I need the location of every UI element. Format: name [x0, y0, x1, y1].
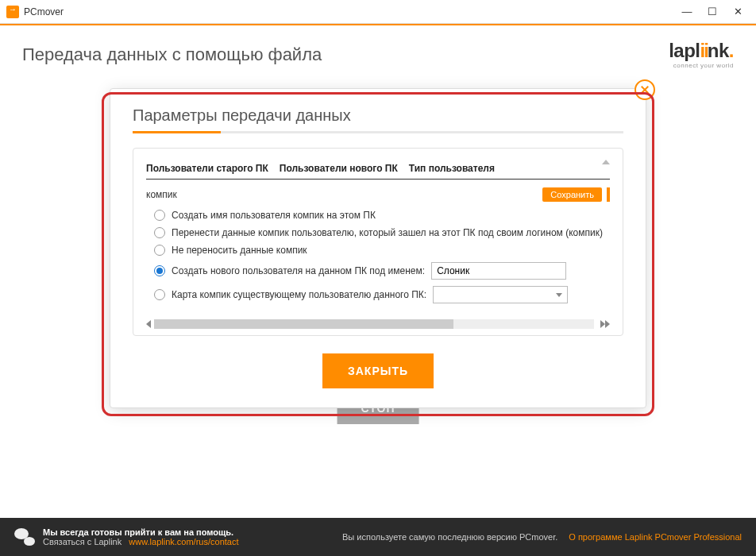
options-panel: Пользователи старого ПК Пользователи нов…	[133, 148, 623, 336]
help-text: Мы всегда готовы прийти к вам на помощь.…	[43, 527, 238, 546]
chat-icon	[14, 528, 35, 546]
footer: Мы всегда готовы прийти к вам на помощь.…	[0, 518, 756, 556]
accent-bar-icon	[607, 187, 610, 202]
titlebar: PCmover — ☐ ✕	[0, 0, 756, 24]
col-new-pc: Пользователи нового ПК	[280, 163, 398, 174]
radio-icon[interactable]	[154, 210, 165, 221]
user-row: компик Сохранить	[146, 187, 610, 202]
minimize-button[interactable]: —	[681, 6, 692, 17]
transfer-options-modal: Параметры передачи данных Пользователи с…	[110, 88, 646, 408]
new-username-input[interactable]	[431, 262, 566, 280]
option-label: Карта компик существующему пользователю …	[172, 289, 426, 300]
brand-tagline: connect your world	[669, 62, 734, 69]
maximize-button[interactable]: ☐	[707, 6, 718, 17]
page-header: Передача данных с помощью файла lapliink…	[0, 25, 756, 77]
radio-icon[interactable]	[154, 227, 165, 238]
app-icon	[6, 6, 19, 18]
contact-link[interactable]: www.laplink.com/rus/contact	[129, 537, 238, 546]
modal-title: Параметры передачи данных	[133, 106, 623, 125]
close-icon[interactable]	[634, 79, 655, 100]
option-create-new-user[interactable]: Создать нового пользователя на данном ПК…	[154, 262, 610, 280]
scroll-track[interactable]	[154, 319, 594, 329]
col-user-type: Тип пользователя	[409, 163, 495, 174]
about-link[interactable]: О программе Laplink PCmover Professional	[569, 532, 742, 542]
version-text: Вы используете самую последнюю версию PC…	[342, 532, 557, 542]
save-button[interactable]: Сохранить	[542, 187, 602, 202]
radio-icon[interactable]	[154, 289, 165, 300]
close-button[interactable]: ЗАКРЫТЬ	[322, 353, 434, 388]
progress-track	[133, 131, 623, 133]
window-title: PCmover	[24, 6, 64, 17]
contact-label: Связаться с Laplink	[43, 537, 122, 546]
scroll-end-icon[interactable]	[605, 320, 610, 328]
horizontal-scrollbar[interactable]	[146, 319, 610, 329]
close-window-button[interactable]: ✕	[732, 6, 743, 17]
progress-fill	[133, 131, 221, 133]
brand-logo: lapliink. connect your world	[669, 40, 734, 69]
option-label: Перенести данные компик пользователю, ко…	[172, 227, 603, 238]
option-label: Создать нового пользователя на данном ПК…	[172, 265, 425, 276]
option-label: Не переносить данные компик	[172, 245, 307, 256]
radio-icon[interactable]	[154, 265, 165, 276]
username-label: компик	[146, 189, 177, 200]
scroll-thumb[interactable]	[154, 319, 453, 329]
option-create-same-user[interactable]: Создать имя пользователя компик на этом …	[154, 210, 610, 221]
page-title: Передача данных с помощью файла	[22, 44, 322, 65]
column-headers: Пользователи старого ПК Пользователи нов…	[146, 163, 610, 180]
map-user-dropdown[interactable]	[433, 286, 568, 303]
option-label: Создать имя пользователя компик на этом …	[172, 210, 376, 221]
option-map-existing-user[interactable]: Карта компик существующему пользователю …	[154, 286, 610, 303]
main-stage: СТОП Параметры передачи данных Пользоват…	[0, 88, 756, 408]
radio-icon[interactable]	[154, 245, 165, 256]
collapse-icon[interactable]	[602, 160, 610, 164]
option-transfer-to-logged-user[interactable]: Перенести данные компик пользователю, ко…	[154, 227, 610, 238]
option-do-not-transfer[interactable]: Не переносить данные компик	[154, 245, 610, 256]
help-headline: Мы всегда готовы прийти к вам на помощь.	[43, 527, 233, 537]
scroll-left-icon[interactable]	[146, 320, 151, 328]
col-old-pc: Пользователи старого ПК	[146, 163, 268, 174]
